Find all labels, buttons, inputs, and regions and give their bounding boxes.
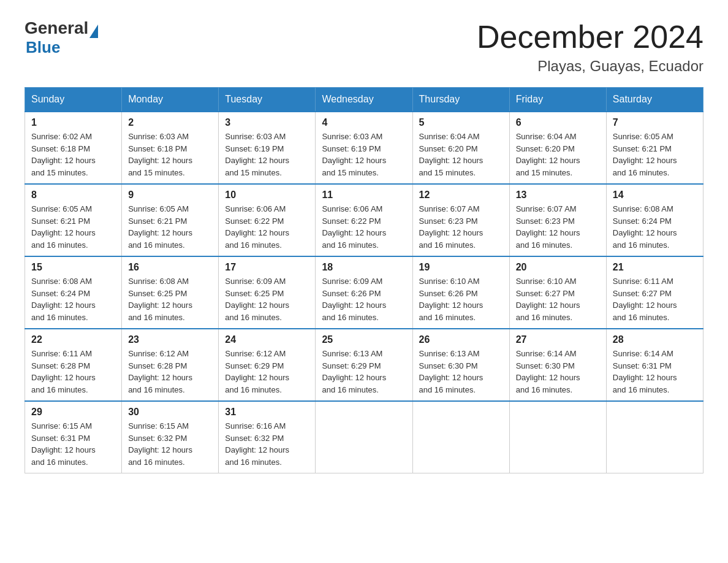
day-info: Sunrise: 6:14 AM Sunset: 6:31 PM Dayligh… xyxy=(613,348,697,396)
calendar-cell: 14 Sunrise: 6:08 AM Sunset: 6:24 PM Dayl… xyxy=(606,184,703,256)
day-number: 6 xyxy=(516,117,600,128)
day-info: Sunrise: 6:09 AM Sunset: 6:25 PM Dayligh… xyxy=(225,275,309,323)
day-info: Sunrise: 6:08 AM Sunset: 6:24 PM Dayligh… xyxy=(613,203,697,251)
header-thursday: Thursday xyxy=(412,88,509,112)
calendar-table: Sunday Monday Tuesday Wednesday Thursday… xyxy=(25,87,703,473)
page-header: General Blue December 2024 Playas, Guaya… xyxy=(25,18,703,75)
day-info: Sunrise: 6:12 AM Sunset: 6:28 PM Dayligh… xyxy=(128,348,212,396)
calendar-cell: 1 Sunrise: 6:02 AM Sunset: 6:18 PM Dayli… xyxy=(25,112,122,184)
day-info: Sunrise: 6:03 AM Sunset: 6:19 PM Dayligh… xyxy=(225,131,309,178)
day-number: 1 xyxy=(31,117,115,128)
day-info: Sunrise: 6:10 AM Sunset: 6:26 PM Dayligh… xyxy=(419,275,503,323)
day-info: Sunrise: 6:15 AM Sunset: 6:31 PM Dayligh… xyxy=(31,420,115,468)
calendar-cell: 20 Sunrise: 6:10 AM Sunset: 6:27 PM Dayl… xyxy=(509,256,606,329)
calendar-title: December 2024 xyxy=(477,18,703,55)
calendar-cell: 27 Sunrise: 6:14 AM Sunset: 6:30 PM Dayl… xyxy=(509,329,606,401)
day-number: 14 xyxy=(613,190,697,201)
calendar-cell: 11 Sunrise: 6:06 AM Sunset: 6:22 PM Dayl… xyxy=(316,184,412,256)
logo-general-text: General xyxy=(25,18,88,38)
day-number: 15 xyxy=(31,262,115,273)
calendar-cell: 21 Sunrise: 6:11 AM Sunset: 6:27 PM Dayl… xyxy=(606,256,703,329)
calendar-cell: 26 Sunrise: 6:13 AM Sunset: 6:30 PM Dayl… xyxy=(412,329,509,401)
day-number: 17 xyxy=(225,262,309,273)
week-row-4: 22 Sunrise: 6:11 AM Sunset: 6:28 PM Dayl… xyxy=(25,329,703,401)
calendar-cell: 8 Sunrise: 6:05 AM Sunset: 6:21 PM Dayli… xyxy=(25,184,122,256)
day-number: 8 xyxy=(31,190,115,201)
day-info: Sunrise: 6:04 AM Sunset: 6:20 PM Dayligh… xyxy=(419,131,503,178)
calendar-cell: 29 Sunrise: 6:15 AM Sunset: 6:31 PM Dayl… xyxy=(25,401,122,473)
day-number: 4 xyxy=(322,117,406,128)
week-row-1: 1 Sunrise: 6:02 AM Sunset: 6:18 PM Dayli… xyxy=(25,112,703,184)
calendar-subtitle: Playas, Guayas, Ecuador xyxy=(477,58,703,75)
title-area: December 2024 Playas, Guayas, Ecuador xyxy=(477,18,703,75)
day-number: 28 xyxy=(613,334,697,345)
day-info: Sunrise: 6:13 AM Sunset: 6:30 PM Dayligh… xyxy=(419,348,503,396)
day-number: 29 xyxy=(31,407,115,418)
day-number: 12 xyxy=(419,190,503,201)
day-info: Sunrise: 6:12 AM Sunset: 6:29 PM Dayligh… xyxy=(225,348,309,396)
day-number: 20 xyxy=(516,262,600,273)
calendar-cell xyxy=(412,401,509,473)
day-info: Sunrise: 6:03 AM Sunset: 6:18 PM Dayligh… xyxy=(128,131,212,178)
day-number: 13 xyxy=(516,190,600,201)
day-info: Sunrise: 6:10 AM Sunset: 6:27 PM Dayligh… xyxy=(516,275,600,323)
day-info: Sunrise: 6:03 AM Sunset: 6:19 PM Dayligh… xyxy=(322,131,406,178)
day-info: Sunrise: 6:06 AM Sunset: 6:22 PM Dayligh… xyxy=(322,203,406,251)
day-number: 10 xyxy=(225,190,309,201)
week-row-5: 29 Sunrise: 6:15 AM Sunset: 6:31 PM Dayl… xyxy=(25,401,703,473)
calendar-cell: 6 Sunrise: 6:04 AM Sunset: 6:20 PM Dayli… xyxy=(509,112,606,184)
day-info: Sunrise: 6:08 AM Sunset: 6:24 PM Dayligh… xyxy=(31,275,115,323)
day-info: Sunrise: 6:11 AM Sunset: 6:27 PM Dayligh… xyxy=(613,275,697,323)
calendar-cell: 3 Sunrise: 6:03 AM Sunset: 6:19 PM Dayli… xyxy=(219,112,316,184)
calendar-cell: 4 Sunrise: 6:03 AM Sunset: 6:19 PM Dayli… xyxy=(316,112,412,184)
day-number: 23 xyxy=(128,334,212,345)
calendar-cell: 15 Sunrise: 6:08 AM Sunset: 6:24 PM Dayl… xyxy=(25,256,122,329)
calendar-cell: 30 Sunrise: 6:15 AM Sunset: 6:32 PM Dayl… xyxy=(122,401,219,473)
day-info: Sunrise: 6:07 AM Sunset: 6:23 PM Dayligh… xyxy=(419,203,503,251)
day-number: 7 xyxy=(613,117,697,128)
day-number: 11 xyxy=(322,190,406,201)
day-number: 26 xyxy=(419,334,503,345)
day-number: 25 xyxy=(322,334,406,345)
logo-blue-text: Blue xyxy=(26,38,98,57)
day-number: 16 xyxy=(128,262,212,273)
calendar-cell: 12 Sunrise: 6:07 AM Sunset: 6:23 PM Dayl… xyxy=(412,184,509,256)
calendar-cell: 5 Sunrise: 6:04 AM Sunset: 6:20 PM Dayli… xyxy=(412,112,509,184)
calendar-cell: 10 Sunrise: 6:06 AM Sunset: 6:22 PM Dayl… xyxy=(219,184,316,256)
days-header-row: Sunday Monday Tuesday Wednesday Thursday… xyxy=(25,88,703,112)
calendar-cell: 23 Sunrise: 6:12 AM Sunset: 6:28 PM Dayl… xyxy=(122,329,219,401)
header-tuesday: Tuesday xyxy=(219,88,316,112)
day-info: Sunrise: 6:05 AM Sunset: 6:21 PM Dayligh… xyxy=(613,131,697,178)
calendar-cell: 22 Sunrise: 6:11 AM Sunset: 6:28 PM Dayl… xyxy=(25,329,122,401)
day-info: Sunrise: 6:15 AM Sunset: 6:32 PM Dayligh… xyxy=(128,420,212,468)
day-info: Sunrise: 6:13 AM Sunset: 6:29 PM Dayligh… xyxy=(322,348,406,396)
week-row-2: 8 Sunrise: 6:05 AM Sunset: 6:21 PM Dayli… xyxy=(25,184,703,256)
calendar-cell: 2 Sunrise: 6:03 AM Sunset: 6:18 PM Dayli… xyxy=(122,112,219,184)
day-info: Sunrise: 6:14 AM Sunset: 6:30 PM Dayligh… xyxy=(516,348,600,396)
logo-triangle-icon xyxy=(89,25,98,38)
calendar-cell: 24 Sunrise: 6:12 AM Sunset: 6:29 PM Dayl… xyxy=(219,329,316,401)
day-info: Sunrise: 6:06 AM Sunset: 6:22 PM Dayligh… xyxy=(225,203,309,251)
day-info: Sunrise: 6:07 AM Sunset: 6:23 PM Dayligh… xyxy=(516,203,600,251)
day-number: 5 xyxy=(419,117,503,128)
calendar-cell: 19 Sunrise: 6:10 AM Sunset: 6:26 PM Dayl… xyxy=(412,256,509,329)
calendar-cell: 13 Sunrise: 6:07 AM Sunset: 6:23 PM Dayl… xyxy=(509,184,606,256)
day-number: 3 xyxy=(225,117,309,128)
day-number: 22 xyxy=(31,334,115,345)
day-number: 24 xyxy=(225,334,309,345)
day-info: Sunrise: 6:16 AM Sunset: 6:32 PM Dayligh… xyxy=(225,420,309,468)
calendar-cell: 17 Sunrise: 6:09 AM Sunset: 6:25 PM Dayl… xyxy=(219,256,316,329)
calendar-cell: 7 Sunrise: 6:05 AM Sunset: 6:21 PM Dayli… xyxy=(606,112,703,184)
calendar-cell: 31 Sunrise: 6:16 AM Sunset: 6:32 PM Dayl… xyxy=(219,401,316,473)
day-number: 19 xyxy=(419,262,503,273)
day-info: Sunrise: 6:08 AM Sunset: 6:25 PM Dayligh… xyxy=(128,275,212,323)
header-friday: Friday xyxy=(509,88,606,112)
calendar-cell: 18 Sunrise: 6:09 AM Sunset: 6:26 PM Dayl… xyxy=(316,256,412,329)
day-number: 30 xyxy=(128,407,212,418)
calendar-cell xyxy=(509,401,606,473)
day-number: 27 xyxy=(516,334,600,345)
calendar-cell: 25 Sunrise: 6:13 AM Sunset: 6:29 PM Dayl… xyxy=(316,329,412,401)
calendar-cell xyxy=(606,401,703,473)
calendar-cell: 9 Sunrise: 6:05 AM Sunset: 6:21 PM Dayli… xyxy=(122,184,219,256)
day-info: Sunrise: 6:11 AM Sunset: 6:28 PM Dayligh… xyxy=(31,348,115,396)
